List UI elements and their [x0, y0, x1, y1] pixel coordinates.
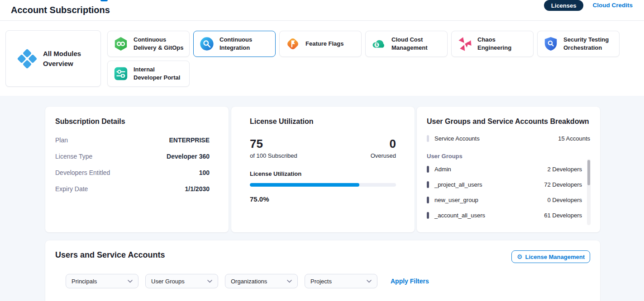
organizations-filter-dropdown[interactable]: Organizations [225, 274, 298, 288]
breadcrumb-remnant [100, 0, 108, 1]
module-card-label: Cloud Cost Management [391, 36, 443, 52]
tab-cloud-credits[interactable]: Cloud Credits [592, 2, 633, 9]
user-group-value: 2 Developers [547, 166, 590, 173]
projects-filter-dropdown[interactable]: Projects [305, 274, 377, 288]
user-group-row: _project_all_users 72 Developers [427, 177, 590, 192]
overused-licenses-count: 0 [371, 137, 396, 150]
license-management-label: License Management [525, 254, 585, 260]
module-card-label: Feature Flags [305, 40, 344, 48]
svg-text:$: $ [376, 42, 378, 47]
overused-licenses-block: 0 Overused [371, 137, 396, 159]
user-group-name: _account_all_users [434, 212, 485, 219]
module-card-label: Continuous Delivery & GitOps [134, 36, 185, 52]
row-value: 100 [199, 169, 210, 176]
user-group-row: new_user_group 0 Developers [427, 192, 590, 207]
module-card-continuous-integration[interactable]: Continuous Integration [193, 31, 276, 57]
dropdown-label: User Groups [151, 278, 185, 285]
filters-row: Principals User Groups Organizations [66, 274, 590, 288]
user-group-bullet-icon [427, 197, 429, 203]
tab-licenses[interactable]: Licenses [544, 0, 584, 11]
user-group-name: Admin [434, 166, 451, 173]
user-group-name: _project_all_users [434, 181, 482, 188]
chevron-down-icon [207, 280, 212, 283]
used-licenses-count: 75 [250, 137, 297, 150]
subscription-details-card: Subscription Details Plan ENTERPRISE Lic… [45, 107, 229, 232]
user-groups-scrollbar[interactable] [587, 159, 591, 225]
all-modules-overview-label: All Modules Overview [43, 49, 94, 69]
module-card-cloud-cost-management[interactable]: $ Cloud Cost Management [365, 31, 448, 57]
service-accounts-bullet-icon [427, 135, 429, 142]
user-group-row: Admin 2 Developers [427, 161, 590, 177]
row-label: Expiry Date [55, 185, 88, 193]
content-area: Subscription Details Plan ENTERPRISE Lic… [0, 96, 644, 301]
users-section-title: Users and Service Accounts [55, 250, 165, 260]
account-subscriptions-page: Account Subscriptions Licenses Cloud Cre… [0, 0, 644, 301]
module-card-continuous-delivery-gitops[interactable]: Continuous Delivery & GitOps [107, 31, 190, 57]
dropdown-label: Projects [310, 278, 332, 285]
users-and-service-accounts-card: Users and Service Accounts ⚙ License Man… [45, 240, 600, 301]
utilization-bar-label: License Utilization [250, 170, 396, 177]
used-licenses-block: 75 of 100 Subscribed [250, 137, 297, 159]
subscription-row-plan: Plan ENTERPRISE [55, 132, 210, 148]
user-group-value: 72 Developers [544, 181, 590, 188]
row-label: Plan [55, 136, 68, 144]
utilization-progress-fill [250, 183, 359, 187]
license-management-button[interactable]: ⚙ License Management [511, 250, 590, 263]
user-groups-filter-dropdown[interactable]: User Groups [145, 274, 218, 288]
license-utilization-numbers: 75 of 100 Subscribed 0 Overused [250, 137, 396, 159]
feature-flags-icon [285, 36, 301, 52]
breakdown-title: User Groups and Service Accounts Breakdo… [427, 118, 590, 126]
used-licenses-caption: of 100 Subscribed [250, 152, 297, 159]
row-value: 1/1/2030 [185, 185, 210, 193]
service-accounts-row: Service Accounts 15 Accounts [427, 132, 590, 144]
user-group-name: new_user_group [434, 197, 478, 203]
user-groups-list: Admin 2 Developers _project_all_users 72… [427, 161, 590, 223]
chevron-down-icon [287, 280, 292, 283]
cloud-cost-management-icon: $ [371, 36, 386, 52]
principals-filter-dropdown[interactable]: Principals [66, 274, 138, 288]
module-card-feature-flags[interactable]: Feature Flags [279, 31, 362, 57]
module-card-label: Continuous Integration [219, 36, 271, 52]
chaos-engineering-icon [457, 36, 472, 52]
subscription-row-expiry-date: Expiry Date 1/1/2030 [55, 181, 210, 197]
users-section-header: Users and Service Accounts ⚙ License Man… [55, 250, 590, 263]
service-accounts-label: Service Accounts [434, 135, 480, 142]
row-label: Developers Entitled [55, 169, 110, 176]
license-utilization-title: License Utilization [250, 118, 396, 126]
module-card-security-testing-orchestration[interactable]: Security Testing Orchestration [537, 31, 620, 57]
chevron-down-icon [367, 280, 372, 283]
gear-icon: ⚙ [517, 254, 523, 260]
dropdown-label: Principals [72, 278, 97, 285]
user-group-value: 0 Developers [547, 197, 590, 203]
subscription-row-license-type: License Type Developer 360 [55, 148, 210, 165]
subscription-details-rows: Plan ENTERPRISE License Type Developer 3… [55, 132, 210, 197]
continuous-integration-icon [199, 36, 215, 52]
header-tabs: Licenses Cloud Credits [544, 0, 633, 21]
row-value: ENTERPRISE [169, 136, 210, 144]
scrollbar-thumb[interactable] [587, 160, 590, 185]
service-accounts-value: 15 Accounts [558, 135, 590, 142]
user-group-value: 61 Developers [544, 212, 590, 219]
user-groups-label: User Groups [427, 153, 590, 160]
chevron-down-icon [128, 280, 133, 283]
subscription-details-title: Subscription Details [55, 118, 210, 126]
internal-developer-portal-icon [113, 66, 129, 81]
subscription-row-developers-entitled: Developers Entitled 100 [55, 165, 210, 181]
module-card-label: Chaos Engineering [477, 36, 529, 52]
module-card-chaos-engineering[interactable]: Chaos Engineering [451, 31, 534, 57]
row-value: Developer 360 [167, 153, 210, 160]
user-group-bullet-icon [427, 166, 429, 173]
row-label: License Type [55, 153, 92, 160]
page-header: Account Subscriptions Licenses Cloud Cre… [0, 0, 644, 21]
all-modules-overview-card[interactable]: All Modules Overview [5, 30, 101, 87]
module-grid: Continuous Delivery & GitOps Continuous … [107, 31, 620, 87]
module-card-internal-developer-portal[interactable]: Internal Developer Portal [107, 61, 190, 87]
user-group-bullet-icon [427, 181, 429, 188]
apply-filters-link[interactable]: Apply Filters [391, 277, 429, 285]
continuous-delivery-gitops-icon [113, 36, 129, 52]
utilization-progress-track [250, 183, 396, 187]
module-card-label: Security Testing Orchestration [563, 36, 615, 52]
all-modules-icon [17, 48, 38, 69]
overused-licenses-caption: Overused [371, 152, 396, 159]
page-title: Account Subscriptions [11, 5, 110, 15]
